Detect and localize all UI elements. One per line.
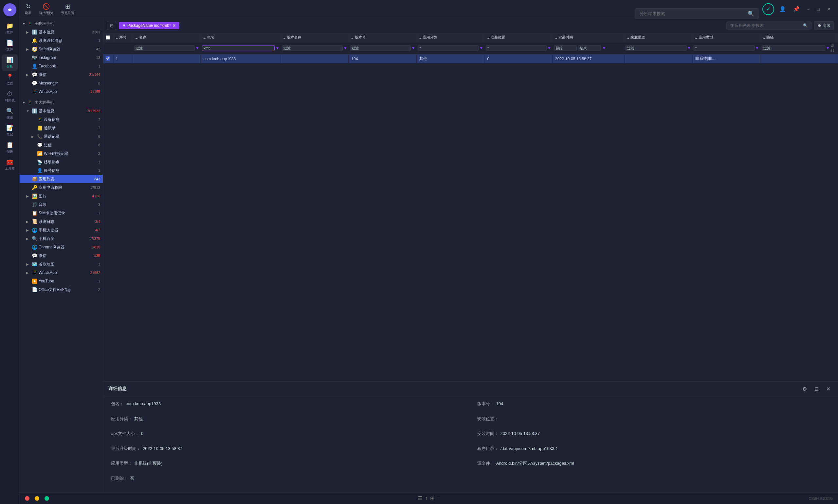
filter-funnel-icon[interactable]: ▼ [411, 46, 415, 50]
tree-item-contacts[interactable]: 📒 通讯录 7 [20, 124, 103, 132]
sidebar-item-location[interactable]: 📍 位置 [2, 71, 18, 88]
header-path[interactable]: ≡ 路径 [761, 33, 838, 42]
tree-item-permissions[interactable]: 🔑 应用申请权限 17513 [20, 183, 103, 192]
filter-funnel-icon[interactable]: ▼ [343, 46, 347, 50]
sidebar-item-analyze[interactable]: 📊 分析 [2, 54, 18, 71]
tree-item-chrome[interactable]: 🌐 Chrome浏览器 1/810 [20, 243, 103, 251]
filter-time-start-input[interactable] [554, 45, 577, 51]
header-app-type[interactable]: ≡ 应用类型 [692, 33, 761, 42]
tree-item-google-map[interactable]: ▶ 🗺️ 谷歌地图 1 [20, 260, 103, 268]
tree-item-hotspot[interactable]: 📡 移动热点 1 [20, 158, 103, 166]
tree-item-sim-log[interactable]: 📋 SIM卡使用记录 1 [20, 209, 103, 217]
sidebar-item-case[interactable]: 📁 案件 [2, 20, 18, 37]
sidebar-item-timeline[interactable]: ⏱ 时间线 [2, 88, 18, 105]
tree-item-facebook[interactable]: 👤 Facebook 1 [20, 62, 103, 70]
detail-button[interactable]: 🚫 详情/预览 [39, 3, 53, 15]
filter-time-end-input[interactable] [578, 45, 601, 51]
refresh-button[interactable]: ↻ 刷新 [25, 3, 32, 15]
tree-item-wifi[interactable]: 📶 Wi-Fi连接记录 2 [20, 149, 103, 158]
table-search-input[interactable] [730, 23, 801, 28]
filter-close-icon[interactable]: ✕ [172, 23, 176, 28]
user-icon-button[interactable]: 👤 [778, 4, 788, 14]
advanced-button[interactable]: ⚙ 高级 [814, 21, 834, 30]
global-search-input[interactable] [640, 11, 745, 16]
filter-version-name-input[interactable] [282, 45, 343, 51]
header-install-time[interactable]: ≡ 安装时间 [553, 33, 625, 42]
pin-icon-button[interactable]: 📌 [791, 4, 802, 14]
header-version-name[interactable]: ≡ 版本名称 [281, 33, 349, 42]
sidebar-item-tools[interactable]: 🧰 工具箱 [2, 157, 18, 173]
sidebar-item-search[interactable]: 🔍 搜索 [2, 105, 18, 122]
tree-item-photos[interactable]: ▶ 🖼️ 图片 4 /26 [20, 192, 103, 200]
device1-header[interactable]: ▼ 📱 王晓琳手机 [20, 20, 103, 28]
close-button[interactable]: ✕ [825, 6, 833, 13]
header-version[interactable]: ≡ 版本号 [349, 33, 417, 42]
filter-funnel-icon[interactable]: ▼ [755, 46, 759, 50]
tree-item-youtube[interactable]: ▶️ YouTube 1 [20, 277, 103, 285]
filter-package-input[interactable] [202, 45, 275, 51]
filter-version-input[interactable] [350, 45, 411, 51]
tree-item-call-log[interactable]: ▶ 📞 通话记录 6 [20, 132, 103, 141]
tree-item-messenger[interactable]: 💬 Messenger 8 [20, 79, 103, 87]
filter-category-input[interactable] [418, 45, 479, 51]
filter-funnel-icon[interactable]: ▼ [602, 46, 606, 50]
tree-item-office-exif[interactable]: 📄 Office文件Exif信息 2 [20, 285, 103, 294]
dot-green[interactable] [44, 496, 49, 501]
filter-app-type-input[interactable] [694, 45, 754, 51]
tree-item-safari[interactable]: ▶ 🧭 Safari浏览器 42 [20, 45, 103, 53]
tree-item-account[interactable]: 👤 账号信息 1 [20, 166, 103, 175]
filter-tag[interactable]: ▼ PackageName inc *kmb* ✕ [119, 22, 179, 29]
tree-item-basic-info-2[interactable]: ▼ ℹ️ 基本信息 7/17922 [20, 107, 103, 115]
maximize-button[interactable]: □ [815, 6, 822, 13]
tree-item-baidu[interactable]: ▶ 🔍 手机百度 17/375 [20, 234, 103, 243]
tree-item-wechat-2[interactable]: 💬 微信 1/35 [20, 251, 103, 260]
tree-item-mobile-browser[interactable]: ▶ 🌐 手机浏览器 4/7 [20, 226, 103, 234]
tree-item-sms[interactable]: 💬 短信 8 [20, 141, 103, 149]
filter-funnel-icon[interactable]: ▼ [479, 46, 483, 50]
filter-name-input[interactable] [134, 45, 195, 51]
columns-settings-icon[interactable]: 设列 [831, 43, 837, 53]
filter-install-loc-input[interactable] [486, 45, 547, 51]
header-checkbox[interactable] [106, 35, 110, 40]
dot-yellow[interactable] [35, 496, 39, 501]
bottom-icon-menu[interactable]: ☰ [418, 495, 422, 501]
sidebar-item-report[interactable]: 📋 报告 [2, 140, 18, 156]
detail-split-button[interactable]: ⊟ [812, 384, 821, 393]
tree-item-basic-info-1[interactable]: ▶ ℹ️ 基本信息 2203 [20, 28, 103, 36]
tree-item-whatsapp-2[interactable]: ▶ 📱 WhatsApp 2 /962 [20, 268, 103, 277]
tree-item-audio[interactable]: 🎵 音频 3 [20, 200, 103, 209]
filter-funnel-icon[interactable]: ▼ [826, 46, 830, 50]
detail-settings-button[interactable]: ⚙ [800, 384, 809, 393]
bottom-icon-list[interactable]: ≡ [437, 495, 440, 501]
filter-funnel-icon[interactable]: ▼ [687, 46, 691, 50]
view-toggle-button[interactable]: ⊞ [107, 21, 116, 30]
table-row[interactable]: 1 com.kmb.app1933 194 其他 0 2022-10-05 13… [103, 54, 838, 64]
filter-source-input[interactable] [626, 45, 687, 51]
header-category[interactable]: ≡ 应用分类 [416, 33, 484, 42]
filter-funnel-icon[interactable]: ▼ [547, 46, 551, 50]
tree-item-wechat-1[interactable]: ▶ 💬 微信 21/144 [20, 70, 103, 79]
dot-red[interactable] [25, 496, 30, 501]
detail-close-button[interactable]: ✕ [824, 384, 833, 393]
bottom-icon-grid[interactable]: ⊞ [430, 495, 434, 501]
filter-path-input[interactable] [762, 45, 825, 51]
tree-item-notify-1[interactable]: 🔔 系统通知消息 1 [20, 36, 103, 45]
tree-item-sys-log[interactable]: ▶ 📜 系统日志 3/4 [20, 217, 103, 226]
minimize-button[interactable]: − [805, 6, 812, 13]
row-checkbox[interactable] [106, 56, 110, 60]
sidebar-item-file[interactable]: 📄 文件 [2, 37, 18, 54]
filter-funnel-icon[interactable]: ▼ [275, 46, 279, 50]
header-package[interactable]: ≡ 包名 [201, 33, 281, 42]
header-index[interactable]: ≡ 序号 [113, 33, 132, 42]
filter-funnel-icon[interactable]: ▼ [195, 46, 199, 50]
bottom-icon-up[interactable]: ↑ [425, 495, 428, 501]
tree-item-device-info[interactable]: 📱 设备信息 7 [20, 115, 103, 124]
sidebar-item-notes[interactable]: 📝 笔记 [2, 122, 18, 139]
tree-item-instagram[interactable]: 📷 Instagram 13 [20, 53, 103, 62]
tree-item-app-list[interactable]: 📦 应用列表 343 [20, 175, 103, 183]
header-source[interactable]: ≡ 来源渠道 [624, 33, 692, 42]
header-name[interactable]: ≡ 名称 [132, 33, 201, 42]
device2-header[interactable]: ▼ 📱 李大辉手机 [20, 98, 103, 107]
refresh-circle-button[interactable]: ✓ [762, 3, 774, 15]
tree-item-whatsapp-1[interactable]: 📱 WhatsApp 1 /155 [20, 87, 103, 96]
